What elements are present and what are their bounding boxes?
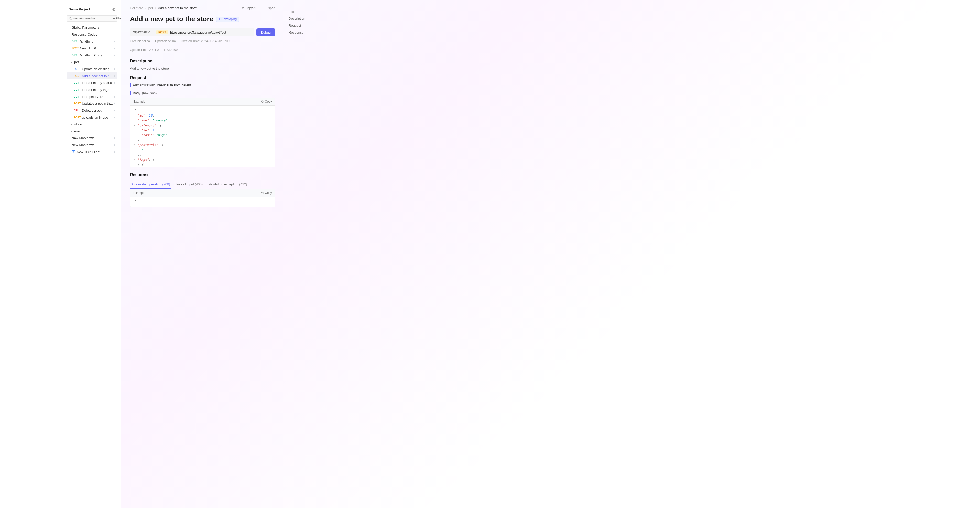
project-title: Demo Project (68, 7, 90, 11)
search-filter[interactable]: All ▾ (113, 17, 121, 20)
tree-item[interactable]: TNew TCP Client (67, 149, 118, 155)
search-bar[interactable]: All ▾ (67, 15, 118, 21)
code-header: Example Copy (130, 98, 275, 106)
tree-item-label: /anything Copy (80, 53, 114, 57)
method-label: GET (74, 88, 82, 91)
response-tab[interactable]: Validation exception (422) (208, 180, 247, 189)
copy-code-button[interactable]: Copy (261, 191, 272, 195)
status-dot-icon (114, 117, 115, 118)
breadcrumb-item[interactable]: pet (148, 6, 153, 10)
tree-folder[interactable]: ▾pet (67, 59, 118, 65)
theme-icon[interactable]: ◐ (112, 7, 115, 11)
body-label: Body (133, 91, 140, 95)
tree-item-label: Response Codes (72, 32, 115, 36)
tree-item[interactable]: DELDeletes a pet (67, 107, 118, 114)
svg-rect-3 (262, 101, 263, 103)
tree-item-label: New HTTP (80, 46, 114, 50)
tree-item[interactable]: Response Codes (67, 31, 118, 38)
breadcrumb-item[interactable]: Pet store (130, 6, 143, 10)
method-label: GET (74, 81, 82, 84)
copy-api-button[interactable]: Copy API (241, 6, 258, 10)
meta-row: Creator: selina Updater: selina Created … (130, 40, 275, 52)
example-label: Example (133, 100, 145, 104)
tcp-icon: T (72, 150, 75, 154)
tree-folder[interactable]: ▸store (67, 121, 118, 128)
tree-folder[interactable]: ▸user (67, 128, 118, 135)
export-button[interactable]: Export (262, 6, 275, 10)
status-dot-icon (114, 69, 115, 70)
tree-item[interactable]: POSTNew HTTP (67, 45, 118, 52)
status-dot-icon (114, 110, 115, 111)
code-header: Example Copy (130, 189, 275, 197)
auth-row: Authentication: Inherit auth from parent (130, 83, 275, 87)
search-input[interactable] (73, 17, 112, 20)
status-dot-icon (114, 96, 115, 97)
expand-icon[interactable]: ▸ (70, 130, 73, 133)
request-body-example: Example Copy { "id": 10, "name": "doggie… (130, 97, 275, 168)
body-type: (raw-json) (142, 91, 157, 95)
environment-select[interactable]: https://petsto... ▾ (132, 30, 154, 34)
tree-item[interactable]: POSTuploads an image (67, 114, 118, 121)
tree-item-label: Finds Pets by tags (82, 88, 115, 92)
response-tab[interactable]: Invalid input (400) (176, 180, 203, 189)
example-label: Example (133, 191, 145, 195)
tree-item[interactable]: POSTAdd a new pet to the ... (67, 72, 118, 79)
right-nav: Info Description Request Response (285, 0, 326, 508)
status-badge: Developing (216, 17, 239, 22)
tree-item-label: Find pet by ID (82, 95, 114, 99)
status-dot-icon (114, 103, 115, 104)
method-label: POST (74, 75, 82, 77)
code-body[interactable]: { "id": 10, "name": "doggie", ▾ "categor… (130, 106, 275, 167)
tree-item[interactable]: GETFinds Pets by status (67, 79, 118, 86)
tree-item[interactable]: New Markdown (67, 142, 118, 149)
meta-created: Created Time: 2024-08-14 20:02:09 (181, 40, 229, 43)
tree-item[interactable]: POSTUpdates a pet in the st... (67, 100, 118, 107)
tree-item[interactable]: GETFind pet by ID (67, 93, 118, 100)
method-label: DEL (74, 109, 82, 112)
method-label: POST (74, 102, 82, 105)
auth-label: Authentication: (133, 83, 155, 87)
breadcrumb-row: Pet store / pet / Add a new pet to the s… (130, 6, 275, 10)
breadcrumb: Pet store / pet / Add a new pet to the s… (130, 6, 197, 10)
title-row: Add a new pet to the store Developing (130, 15, 275, 23)
url-bar: https://petsto... ▾ POST https://petstor… (130, 28, 255, 36)
breadcrumb-actions: Copy API Export (241, 6, 275, 10)
tree-item[interactable]: GET/anything Copy (67, 52, 118, 59)
api-tree: Global ParametersResponse CodesGET/anyth… (67, 24, 118, 155)
nav-request[interactable]: Request (289, 22, 321, 29)
description-heading: Description (130, 59, 275, 64)
response-example: Example Copy { (130, 189, 275, 207)
code-body[interactable]: { (130, 197, 275, 207)
content: Pet store / pet / Add a new pet to the s… (121, 0, 285, 508)
tree-item-label: Updates a pet in the st... (82, 102, 114, 105)
status-dot-icon (218, 18, 220, 20)
nav-description[interactable]: Description (289, 15, 321, 22)
tree-item[interactable]: Global Parameters (67, 24, 118, 31)
nav-info[interactable]: Info (289, 8, 321, 15)
tree-item-label: store (74, 122, 115, 126)
debug-button[interactable]: Debug (256, 29, 275, 36)
tree-item[interactable]: New Markdown (67, 135, 118, 142)
response-tab[interactable]: Successful operation (200) (130, 180, 171, 189)
svg-rect-2 (242, 7, 244, 9)
tree-item[interactable]: GETFinds Pets by tags (67, 86, 118, 93)
expand-icon[interactable]: ▸ (70, 123, 73, 126)
status-dot-icon (114, 41, 115, 42)
tree-item[interactable]: GET/anything (67, 38, 118, 45)
method-label: POST (72, 47, 80, 50)
svg-point-0 (69, 18, 72, 19)
sidebar: Demo Project ◐ All ▾ Global ParametersRe… (0, 0, 121, 508)
status-dot-icon (114, 82, 115, 84)
tree-item-label: New Markdown (72, 136, 114, 140)
status-dot-icon (114, 144, 115, 146)
copy-code-button[interactable]: Copy (261, 100, 272, 104)
main-area: Pet store / pet / Add a new pet to the s… (121, 0, 980, 508)
tree-item[interactable]: PUTUpdate an existing pet (67, 65, 118, 72)
tree-item-label: uploads an image (82, 115, 114, 119)
response-heading: Response (130, 173, 275, 177)
request-heading: Request (130, 75, 275, 80)
svg-rect-4 (262, 192, 263, 194)
nav-response[interactable]: Response (289, 29, 321, 36)
status-dot-icon (114, 54, 115, 56)
expand-icon[interactable]: ▾ (70, 61, 73, 64)
